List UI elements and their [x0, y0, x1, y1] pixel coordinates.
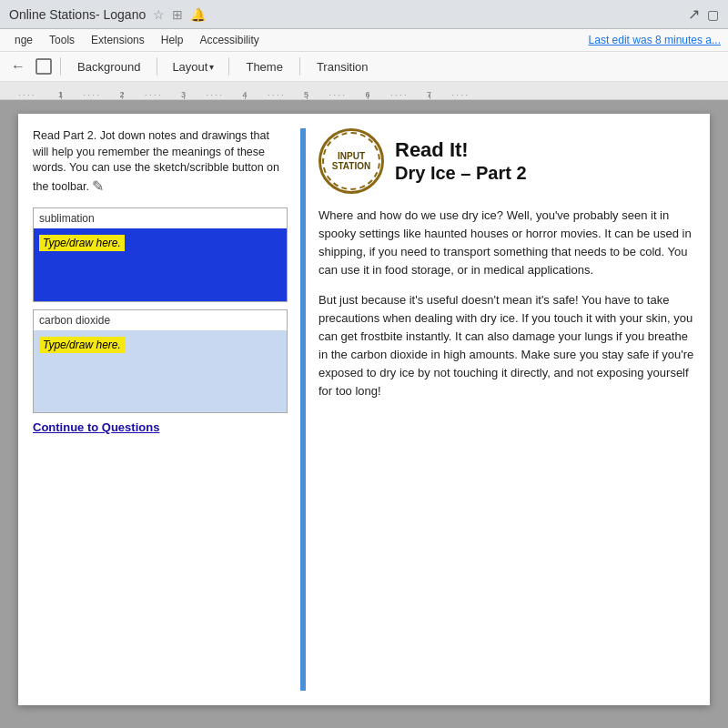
vocab-label-carbon-dioxide: carbon dioxide — [34, 310, 287, 330]
plus-icon[interactable]: ⊞ — [172, 7, 183, 22]
vocab-draw-area-sublimation[interactable]: Type/draw here. — [34, 228, 287, 301]
menu-item-tools[interactable]: Tools — [42, 32, 82, 48]
station-badge-inner: INPUT STATION — [322, 132, 380, 190]
star-icon[interactable]: ☆ — [153, 7, 165, 22]
toolbar: ← Background Layout ▾ Theme Transition — [0, 52, 728, 82]
toolbar-separator-2 — [157, 57, 157, 76]
back-icon[interactable]: ← — [7, 56, 29, 77]
station-title-group: Read It! Dry Ice – Part 2 — [395, 138, 527, 183]
ruler-mark-3: 3 — [161, 90, 207, 99]
transition-button[interactable]: Transition — [306, 57, 379, 76]
ruler-mark-7: 7 — [407, 90, 452, 99]
title-bar: Online Stations- Logano ☆ ⊞ 🔔 ↗ ▢ — [0, 0, 728, 29]
vocab-box-carbon-dioxide: carbon dioxide Type/draw here. — [33, 309, 288, 413]
instructions-text: Read Part 2. Jot down notes and drawings… — [33, 128, 288, 197]
ruler-mark-6: 6 — [345, 90, 390, 99]
last-edit-text[interactable]: Last edit was 8 minutes a... — [589, 34, 721, 46]
frame-icon[interactable] — [33, 56, 55, 77]
ruler-mark-5: 5 — [284, 90, 329, 99]
toolbar-separator-3 — [228, 57, 229, 76]
ruler-mark-1: 1 — [38, 90, 84, 99]
window-icon[interactable]: ▢ — [707, 7, 719, 22]
ruler-mark-4: 4 — [222, 90, 268, 99]
right-panel: INPUT STATION Read It! Dry Ice – Part 2 … — [309, 128, 695, 691]
vocab-box-sublimation: sublimation Type/draw here. — [33, 207, 288, 302]
menu-item-extensions[interactable]: Extensions — [84, 32, 152, 48]
station-subtitle: Dry Ice – Part 2 — [395, 163, 527, 184]
menu-item-help[interactable]: Help — [154, 32, 191, 48]
vocab-label-sublimation: sublimation — [34, 208, 287, 228]
title-text: Online Stations- Logano — [9, 7, 146, 22]
trend-icon[interactable]: ↗ — [688, 5, 700, 23]
panel-divider — [300, 128, 306, 691]
left-panel: Read Part 2. Jot down notes and drawings… — [33, 128, 297, 691]
badge-line1: INPUT — [338, 151, 365, 161]
content-area: Read Part 2. Jot down notes and drawings… — [0, 100, 728, 728]
type-draw-label-2[interactable]: Type/draw here. — [39, 337, 125, 353]
background-button[interactable]: Background — [66, 57, 151, 76]
svg-rect-0 — [36, 59, 51, 74]
station-badge: INPUT STATION — [318, 128, 384, 194]
badge-line2: STATION — [332, 161, 370, 171]
ruler: · · · · 1 · · · · 2 · · · · 3 · · · · 4 … — [0, 82, 728, 100]
theme-button[interactable]: Theme — [235, 57, 293, 76]
bell-icon[interactable]: 🔔 — [190, 7, 206, 22]
menu-item-accessibility[interactable]: Accessibility — [192, 32, 266, 48]
toolbar-separator-4 — [299, 57, 300, 76]
menu-bar: nge Tools Extensions Help Accessibility … — [0, 29, 728, 52]
station-header: INPUT STATION Read It! Dry Ice – Part 2 — [318, 128, 695, 194]
content-paragraph-1: Where and how do we use dry ice? Well, y… — [318, 207, 695, 280]
menu-item-nge[interactable]: nge — [7, 32, 40, 48]
toolbar-separator-1 — [60, 57, 61, 76]
continue-link[interactable]: Continue to Questions — [33, 420, 288, 434]
scribble-icon: ✎ — [92, 177, 104, 197]
ruler-marks: · · · · 1 · · · · 2 · · · · 3 · · · · 4 … — [0, 82, 728, 99]
station-title: Read It! — [395, 138, 527, 162]
type-draw-label-1[interactable]: Type/draw here. — [39, 235, 125, 251]
vocab-draw-area-carbon-dioxide[interactable]: Type/draw here. — [34, 330, 287, 412]
content-paragraph-2: But just because it's useful doesn't mea… — [318, 291, 695, 401]
layout-button[interactable]: Layout ▾ — [163, 57, 223, 76]
document: Read Part 2. Jot down notes and drawings… — [18, 114, 710, 705]
ruler-mark-2: 2 — [99, 90, 145, 99]
